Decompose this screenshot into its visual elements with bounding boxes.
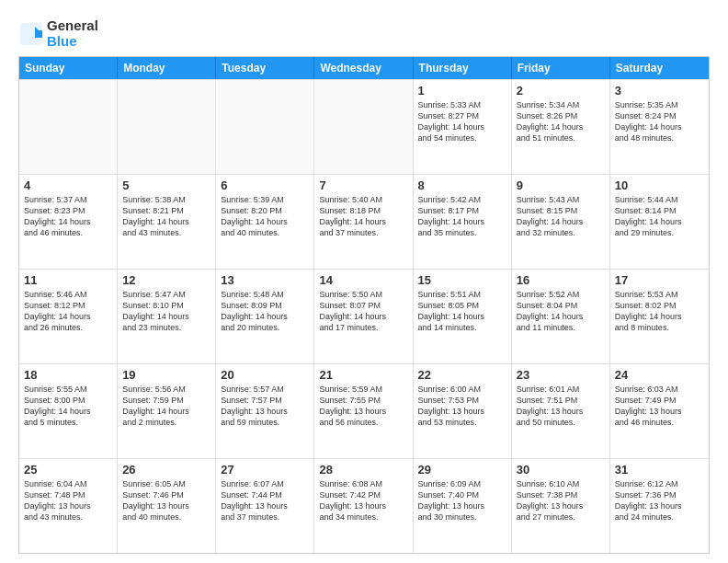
calendar-header: Sunday Monday Tuesday Wednesday Thursday… xyxy=(19,57,709,79)
cal-cell-r4-c6: 31Sunrise: 6:12 AM Sunset: 7:36 PM Dayli… xyxy=(610,459,709,553)
cal-cell-r3-c1: 19Sunrise: 5:56 AM Sunset: 7:59 PM Dayli… xyxy=(118,364,216,458)
cal-cell-r0-c1 xyxy=(118,80,216,174)
day-num-9: 9 xyxy=(517,178,605,192)
cell-text-1: Sunrise: 5:33 AM Sunset: 8:27 PM Dayligh… xyxy=(418,99,506,144)
cal-cell-r3-c0: 18Sunrise: 5:55 AM Sunset: 8:00 PM Dayli… xyxy=(19,364,118,458)
cal-cell-r2-c3: 14Sunrise: 5:50 AM Sunset: 8:07 PM Dayli… xyxy=(314,270,413,363)
day-num-19: 19 xyxy=(122,368,210,382)
cal-cell-r1-c6: 10Sunrise: 5:44 AM Sunset: 8:14 PM Dayli… xyxy=(610,175,709,269)
cell-text-27: Sunrise: 6:07 AM Sunset: 7:44 PM Dayligh… xyxy=(221,478,309,523)
day-num-21: 21 xyxy=(319,368,407,382)
cell-text-2: Sunrise: 5:34 AM Sunset: 8:26 PM Dayligh… xyxy=(517,99,605,144)
cal-cell-r0-c5: 2Sunrise: 5:34 AM Sunset: 8:26 PM Daylig… xyxy=(512,80,610,174)
cell-text-21: Sunrise: 5:59 AM Sunset: 7:55 PM Dayligh… xyxy=(319,384,407,429)
cell-text-11: Sunrise: 5:46 AM Sunset: 8:12 PM Dayligh… xyxy=(24,289,112,334)
header-saturday: Saturday xyxy=(610,57,709,79)
cell-text-5: Sunrise: 5:38 AM Sunset: 8:21 PM Dayligh… xyxy=(122,194,210,239)
cal-cell-r1-c5: 9Sunrise: 5:43 AM Sunset: 8:15 PM Daylig… xyxy=(512,175,610,269)
cell-text-26: Sunrise: 6:05 AM Sunset: 7:46 PM Dayligh… xyxy=(122,478,210,523)
cal-cell-r4-c0: 25Sunrise: 6:04 AM Sunset: 7:48 PM Dayli… xyxy=(19,459,118,553)
cell-text-16: Sunrise: 5:52 AM Sunset: 8:04 PM Dayligh… xyxy=(517,289,605,334)
cal-cell-r0-c3 xyxy=(314,80,413,174)
day-num-31: 31 xyxy=(615,463,704,477)
day-num-16: 16 xyxy=(517,273,605,287)
cal-cell-r0-c0 xyxy=(19,80,118,174)
cal-cell-r4-c3: 28Sunrise: 6:08 AM Sunset: 7:42 PM Dayli… xyxy=(314,459,413,553)
cell-text-13: Sunrise: 5:48 AM Sunset: 8:09 PM Dayligh… xyxy=(221,289,309,334)
cal-cell-r4-c1: 26Sunrise: 6:05 AM Sunset: 7:46 PM Dayli… xyxy=(118,459,216,553)
cell-text-29: Sunrise: 6:09 AM Sunset: 7:40 PM Dayligh… xyxy=(418,478,506,523)
day-num-14: 14 xyxy=(319,273,407,287)
header-tuesday: Tuesday xyxy=(216,57,314,79)
cal-cell-r1-c1: 5Sunrise: 5:38 AM Sunset: 8:21 PM Daylig… xyxy=(118,175,216,269)
day-num-27: 27 xyxy=(221,463,309,477)
cell-text-9: Sunrise: 5:43 AM Sunset: 8:15 PM Dayligh… xyxy=(517,194,605,239)
day-num-23: 23 xyxy=(517,368,605,382)
cell-text-15: Sunrise: 5:51 AM Sunset: 8:05 PM Dayligh… xyxy=(418,289,506,334)
day-num-12: 12 xyxy=(122,273,210,287)
cell-text-12: Sunrise: 5:47 AM Sunset: 8:10 PM Dayligh… xyxy=(122,289,210,334)
cal-row-3: 18Sunrise: 5:55 AM Sunset: 8:00 PM Dayli… xyxy=(19,363,709,458)
header: General Blue xyxy=(18,15,710,49)
cell-text-17: Sunrise: 5:53 AM Sunset: 8:02 PM Dayligh… xyxy=(615,289,704,334)
day-num-7: 7 xyxy=(319,178,407,192)
cell-text-10: Sunrise: 5:44 AM Sunset: 8:14 PM Dayligh… xyxy=(615,194,704,239)
header-sunday: Sunday xyxy=(19,57,118,79)
day-num-8: 8 xyxy=(418,178,506,192)
day-num-18: 18 xyxy=(24,368,112,382)
day-num-25: 25 xyxy=(24,463,112,477)
cell-text-3: Sunrise: 5:35 AM Sunset: 8:24 PM Dayligh… xyxy=(615,99,704,144)
day-num-4: 4 xyxy=(24,178,112,192)
cal-cell-r2-c4: 15Sunrise: 5:51 AM Sunset: 8:05 PM Dayli… xyxy=(414,270,512,363)
day-num-26: 26 xyxy=(122,463,210,477)
cal-cell-r1-c0: 4Sunrise: 5:37 AM Sunset: 8:23 PM Daylig… xyxy=(19,175,118,269)
cell-text-24: Sunrise: 6:03 AM Sunset: 7:49 PM Dayligh… xyxy=(615,384,704,429)
day-num-6: 6 xyxy=(221,178,309,192)
cell-text-31: Sunrise: 6:12 AM Sunset: 7:36 PM Dayligh… xyxy=(615,478,704,523)
day-num-2: 2 xyxy=(517,84,605,98)
cell-text-23: Sunrise: 6:01 AM Sunset: 7:51 PM Dayligh… xyxy=(517,384,605,429)
cell-text-25: Sunrise: 6:04 AM Sunset: 7:48 PM Dayligh… xyxy=(24,478,112,523)
cell-text-14: Sunrise: 5:50 AM Sunset: 8:07 PM Dayligh… xyxy=(319,289,407,334)
cell-text-8: Sunrise: 5:42 AM Sunset: 8:17 PM Dayligh… xyxy=(418,194,506,239)
cal-cell-r3-c2: 20Sunrise: 5:57 AM Sunset: 7:57 PM Dayli… xyxy=(216,364,314,458)
day-num-11: 11 xyxy=(24,273,112,287)
cal-cell-r1-c4: 8Sunrise: 5:42 AM Sunset: 8:17 PM Daylig… xyxy=(414,175,512,269)
cal-cell-r2-c2: 13Sunrise: 5:48 AM Sunset: 8:09 PM Dayli… xyxy=(216,270,314,363)
cal-row-1: 4Sunrise: 5:37 AM Sunset: 8:23 PM Daylig… xyxy=(19,174,709,269)
cal-cell-r3-c5: 23Sunrise: 6:01 AM Sunset: 7:51 PM Dayli… xyxy=(512,364,610,458)
cal-row-4: 25Sunrise: 6:04 AM Sunset: 7:48 PM Dayli… xyxy=(19,458,709,553)
day-num-24: 24 xyxy=(615,368,704,382)
logo-blue-text: Blue xyxy=(47,34,98,50)
cal-row-2: 11Sunrise: 5:46 AM Sunset: 8:12 PM Dayli… xyxy=(19,269,709,363)
day-num-5: 5 xyxy=(122,178,210,192)
cell-text-4: Sunrise: 5:37 AM Sunset: 8:23 PM Dayligh… xyxy=(24,194,112,239)
header-thursday: Thursday xyxy=(414,57,512,79)
day-num-10: 10 xyxy=(615,178,704,192)
cal-cell-r0-c4: 1Sunrise: 5:33 AM Sunset: 8:27 PM Daylig… xyxy=(414,80,512,174)
day-num-29: 29 xyxy=(418,463,506,477)
cal-cell-r4-c5: 30Sunrise: 6:10 AM Sunset: 7:38 PM Dayli… xyxy=(512,459,610,553)
day-num-30: 30 xyxy=(517,463,605,477)
day-num-1: 1 xyxy=(418,84,506,98)
cal-row-0: 1Sunrise: 5:33 AM Sunset: 8:27 PM Daylig… xyxy=(19,79,709,174)
logo-icon xyxy=(18,21,44,47)
day-num-17: 17 xyxy=(615,273,704,287)
cell-text-28: Sunrise: 6:08 AM Sunset: 7:42 PM Dayligh… xyxy=(319,478,407,523)
calendar-body: 1Sunrise: 5:33 AM Sunset: 8:27 PM Daylig… xyxy=(19,79,709,553)
cal-cell-r4-c2: 27Sunrise: 6:07 AM Sunset: 7:44 PM Dayli… xyxy=(216,459,314,553)
day-num-13: 13 xyxy=(221,273,309,287)
day-num-28: 28 xyxy=(319,463,407,477)
cal-cell-r2-c5: 16Sunrise: 5:52 AM Sunset: 8:04 PM Dayli… xyxy=(512,270,610,363)
cal-cell-r2-c0: 11Sunrise: 5:46 AM Sunset: 8:12 PM Dayli… xyxy=(19,270,118,363)
cell-text-19: Sunrise: 5:56 AM Sunset: 7:59 PM Dayligh… xyxy=(122,384,210,429)
cal-cell-r2-c6: 17Sunrise: 5:53 AM Sunset: 8:02 PM Dayli… xyxy=(610,270,709,363)
cal-cell-r3-c6: 24Sunrise: 6:03 AM Sunset: 7:49 PM Dayli… xyxy=(610,364,709,458)
cal-cell-r1-c2: 6Sunrise: 5:39 AM Sunset: 8:20 PM Daylig… xyxy=(216,175,314,269)
page: General Blue Sunday Monday Tuesday Wedne… xyxy=(0,0,728,563)
cal-cell-r3-c4: 22Sunrise: 6:00 AM Sunset: 7:53 PM Dayli… xyxy=(414,364,512,458)
day-num-3: 3 xyxy=(615,84,704,98)
header-friday: Friday xyxy=(512,57,610,79)
cal-cell-r0-c2 xyxy=(216,80,314,174)
cal-cell-r1-c3: 7Sunrise: 5:40 AM Sunset: 8:18 PM Daylig… xyxy=(314,175,413,269)
